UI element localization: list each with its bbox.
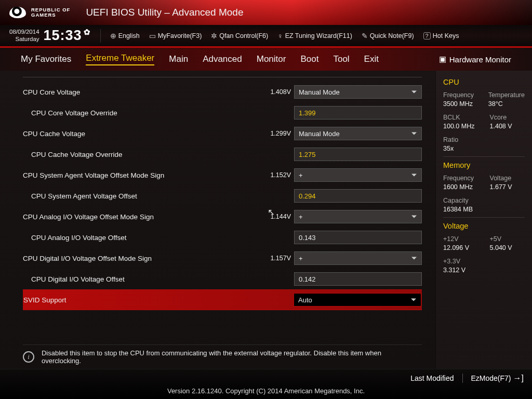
time-text: 15:33 xyxy=(44,28,82,43)
setting-label: CPU System Agent Voltage Offset Mode Sig… xyxy=(23,171,258,179)
main-panel: CPU Core Voltage1.408VManual ModeCPU Cor… xyxy=(0,71,435,369)
main-tabs: My FavoritesExtreme TweakerMainAdvancedM… xyxy=(0,48,532,71)
setting-row[interactable]: CPU Digital I/O Voltage Offset Mode Sign… xyxy=(23,248,422,269)
setting-row[interactable]: CPU Cache Voltage1.299VManual Mode xyxy=(23,123,422,144)
setting-dropdown[interactable]: Manual Mode xyxy=(294,85,422,99)
hardware-monitor-panel: CPU Frequency3500 MHz Temperature38°C BC… xyxy=(435,71,532,369)
note-icon: ✎ xyxy=(362,32,368,40)
setting-input[interactable]: 1.399 xyxy=(294,106,422,119)
ezmode-button[interactable]: EzMode(F7)→] xyxy=(471,374,524,383)
setting-row[interactable]: CPU Analog I/O Voltage Offset Mode Sign1… xyxy=(23,206,422,227)
exit-icon: →] xyxy=(513,374,524,382)
fan-icon: ✲ xyxy=(211,32,217,40)
bulb-icon: ♀ xyxy=(277,32,283,40)
setting-label: CPU Cache Voltage xyxy=(23,130,258,138)
setting-dropdown[interactable]: Manual Mode xyxy=(294,127,422,140)
tab-boot[interactable]: Boot xyxy=(300,54,318,64)
setting-row[interactable]: CPU Cache Voltage Override1.275 xyxy=(23,144,422,165)
setting-row[interactable]: CPU Core Voltage1.408VManual Mode xyxy=(23,82,422,102)
setting-dropdown[interactable]: + xyxy=(294,251,422,265)
setting-label: CPU System Agent Voltage Offset xyxy=(23,192,258,200)
gear-icon[interactable]: ✿ xyxy=(84,28,91,36)
setting-dropdown[interactable]: + xyxy=(294,210,422,223)
sb-cpu-title: CPU xyxy=(443,78,525,86)
setting-row[interactable]: CPU System Agent Voltage Offset0.294 xyxy=(23,185,422,206)
brand-logo: REPUBLIC OF GAMERS xyxy=(9,7,70,18)
quicknote-button[interactable]: ✎Quick Note(F9) xyxy=(362,32,414,40)
setting-current-value: 1.152V xyxy=(258,171,291,179)
setting-label: CPU Digital I/O Voltage Offset Mode Sign xyxy=(23,255,258,262)
globe-icon: ⊕ xyxy=(110,32,116,40)
sb-memory-title: Memory xyxy=(443,161,525,169)
help-bar: i Disabled this item to stop the CPU fro… xyxy=(23,344,422,367)
tab-monitor[interactable]: Monitor xyxy=(257,54,286,64)
setting-dropdown[interactable]: + xyxy=(294,168,422,182)
version-text: Version 2.16.1240. Copyright (C) 2014 Am… xyxy=(0,387,532,395)
setting-label: CPU Analog I/O Voltage Offset xyxy=(23,234,258,242)
hotkeys-button[interactable]: ?Hot Keys xyxy=(423,32,459,39)
myfavorite-button[interactable]: ▭MyFavorite(F3) xyxy=(149,32,202,40)
setting-current-value: 1.408V xyxy=(258,88,291,96)
setting-current-value: 1.157V xyxy=(258,255,291,262)
settings-list: CPU Core Voltage1.408VManual ModeCPU Cor… xyxy=(23,82,422,344)
day-text: Saturday xyxy=(9,36,39,43)
brand-line2: GAMERS xyxy=(31,12,70,18)
setting-label: CPU Cache Voltage Override xyxy=(23,151,258,158)
title-bar: REPUBLIC OF GAMERS UEFI BIOS Utility – A… xyxy=(0,0,532,25)
setting-row[interactable]: CPU System Agent Voltage Offset Mode Sig… xyxy=(23,165,422,185)
help-text: Disabled this item to stop the CPU from … xyxy=(42,349,422,365)
date-text: 08/09/2014 xyxy=(9,29,39,35)
setting-row[interactable]: CPU Core Voltage Override1.399 xyxy=(23,102,422,123)
setting-input[interactable]: 0.294 xyxy=(294,189,422,203)
language-button[interactable]: ⊕English xyxy=(110,32,140,40)
tab-exit[interactable]: Exit xyxy=(364,54,379,64)
setting-dropdown[interactable]: Auto xyxy=(294,293,421,307)
footer: Last Modified EzMode(F7)→] Version 2.16.… xyxy=(0,369,532,399)
setting-label: CPU Analog I/O Voltage Offset Mode Sign xyxy=(23,213,258,221)
setting-current-value: 1.299V xyxy=(258,130,291,137)
setting-row[interactable]: CPU Analog I/O Voltage Offset0.143 xyxy=(23,227,422,248)
qfan-button[interactable]: ✲Qfan Control(F6) xyxy=(211,32,268,40)
tab-main[interactable]: Main xyxy=(169,54,188,64)
info-icon: i xyxy=(23,351,34,363)
setting-input[interactable]: 1.275 xyxy=(294,148,422,161)
setting-input[interactable]: 0.142 xyxy=(294,272,422,286)
setting-input[interactable]: 0.143 xyxy=(294,231,422,244)
tab-tool[interactable]: Tool xyxy=(333,54,349,64)
eztuning-button[interactable]: ♀EZ Tuning Wizard(F11) xyxy=(277,32,352,40)
top-toolbar: 08/09/2014 Saturday 15:33✿ ⊕English ▭MyF… xyxy=(0,25,532,48)
rog-eye-icon xyxy=(9,7,26,18)
page-title: UEFI BIOS Utility – Advanced Mode xyxy=(86,7,243,18)
setting-label: CPU Digital I/O Voltage Offset xyxy=(23,275,258,283)
tab-extreme-tweaker[interactable]: Extreme Tweaker xyxy=(86,53,154,65)
tab-my-favorites[interactable]: My Favorites xyxy=(21,54,71,64)
hardware-monitor-heading: ▣Hardware Monitor xyxy=(439,55,511,64)
tab-advanced[interactable]: Advanced xyxy=(203,54,242,64)
last-modified-button[interactable]: Last Modified xyxy=(410,374,454,382)
monitor-icon: ▣ xyxy=(439,55,446,64)
setting-current-value: 1.144V xyxy=(258,213,291,220)
setting-label: SVID Support xyxy=(23,296,257,304)
help-icon: ? xyxy=(423,32,431,39)
clipboard-icon: ▭ xyxy=(149,32,156,40)
datetime-display[interactable]: 08/09/2014 Saturday 15:33✿ xyxy=(9,28,91,44)
setting-label: CPU Core Voltage xyxy=(23,88,258,96)
setting-row[interactable]: CPU Digital I/O Voltage Offset0.142 xyxy=(23,269,422,289)
setting-row[interactable]: SVID SupportAuto xyxy=(23,289,422,310)
sb-voltage-title: Voltage xyxy=(443,222,525,230)
setting-label: CPU Core Voltage Override xyxy=(23,109,258,117)
